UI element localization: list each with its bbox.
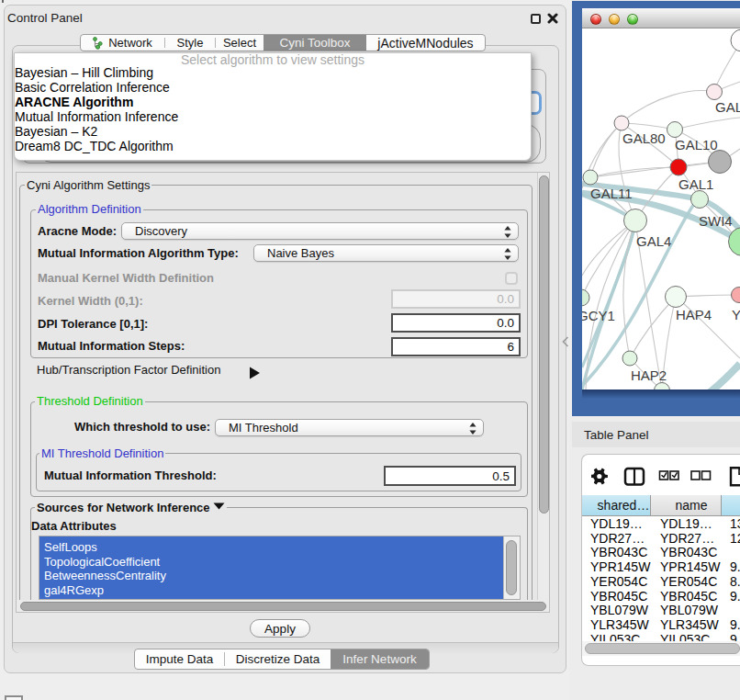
svg-text:GAL11: GAL11: [590, 186, 633, 201]
svg-text:GAL4: GAL4: [636, 233, 671, 249]
svg-text:Y: Y: [732, 307, 740, 322]
svg-text:GAL10: GAL10: [675, 137, 718, 152]
svg-text:GAL80: GAL80: [622, 130, 666, 146]
svg-text:GCY1: GCY1: [582, 308, 615, 323]
svg-text:GAL7: GAL7: [715, 99, 740, 115]
svg-text:GAL1: GAL1: [678, 176, 713, 192]
svg-text:HAP4: HAP4: [676, 307, 712, 322]
svg-text:HAP2: HAP2: [631, 367, 667, 383]
svg-text:SWI4: SWI4: [699, 213, 733, 229]
